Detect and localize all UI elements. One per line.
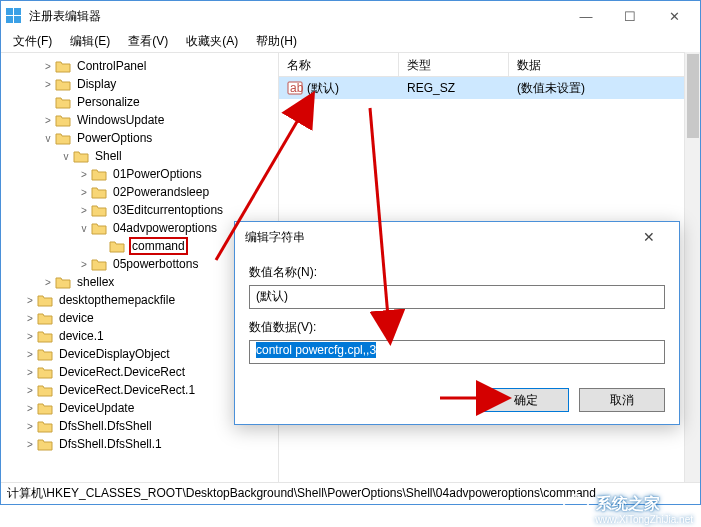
expand-icon[interactable]: > <box>23 347 37 361</box>
svg-text:ab: ab <box>290 81 303 95</box>
dialog-close-button[interactable]: ✕ <box>629 223 669 251</box>
dialog-titlebar: 编辑字符串 ✕ <box>235 222 679 252</box>
tree-label-command[interactable]: command <box>129 237 188 255</box>
svg-rect-3 <box>14 16 21 23</box>
cancel-button[interactable]: 取消 <box>579 388 665 412</box>
house-icon <box>562 492 590 516</box>
ok-button[interactable]: 确定 <box>483 388 569 412</box>
watermark: 系统之家 www.XiTongZhiJia.net <box>521 481 701 527</box>
tree-item[interactable]: >Display <box>41 75 278 93</box>
expand-icon[interactable]: > <box>41 77 55 91</box>
value-data-input[interactable]: control powercfg.cpl,,3 <box>249 340 665 364</box>
value-type: REG_SZ <box>399 79 509 97</box>
value-data-label: 数值数据(V): <box>249 319 665 336</box>
value-data: (数值未设置) <box>509 78 700 99</box>
value-name-input[interactable]: (默认) <box>249 285 665 309</box>
tree-item[interactable]: >02Powerandsleep <box>77 183 278 201</box>
expand-icon[interactable]: > <box>41 59 55 73</box>
tree-item[interactable]: >DfsShell.DfsShell.1 <box>23 435 278 453</box>
svg-rect-0 <box>6 8 13 15</box>
list-header: 名称 类型 数据 <box>279 53 700 77</box>
window-title: 注册表编辑器 <box>29 8 564 25</box>
expand-icon[interactable]: > <box>77 185 91 199</box>
vertical-scrollbar[interactable] <box>684 52 700 482</box>
col-data[interactable]: 数据 <box>509 53 700 76</box>
tree-item[interactable]: >WindowsUpdate <box>41 111 278 129</box>
titlebar: 注册表编辑器 — ☐ ✕ <box>1 1 700 31</box>
col-name[interactable]: 名称 <box>279 53 399 76</box>
menu-view[interactable]: 查看(V) <box>120 31 176 52</box>
svg-rect-1 <box>14 8 21 15</box>
expand-icon[interactable]: > <box>23 419 37 433</box>
menu-edit[interactable]: 编辑(E) <box>62 31 118 52</box>
expand-icon[interactable]: > <box>23 311 37 325</box>
expand-icon[interactable]: > <box>41 113 55 127</box>
collapse-icon[interactable]: v <box>41 131 55 145</box>
value-name: (默认) <box>307 80 339 97</box>
scrollbar-thumb[interactable] <box>687 54 699 138</box>
edit-string-dialog: 编辑字符串 ✕ 数值名称(N): (默认) 数值数据(V): control p… <box>234 221 680 425</box>
regedit-icon <box>5 7 23 25</box>
menu-file[interactable]: 文件(F) <box>5 31 60 52</box>
expand-icon[interactable] <box>41 95 55 109</box>
tree-item[interactable]: >01PowerOptions <box>77 165 278 183</box>
expand-icon[interactable]: > <box>77 167 91 181</box>
value-name-label: 数值名称(N): <box>249 264 665 281</box>
close-button[interactable]: ✕ <box>652 2 696 30</box>
value-row-default[interactable]: ab (默认) REG_SZ (数值未设置) <box>279 77 700 99</box>
expand-icon[interactable]: > <box>77 203 91 217</box>
svg-rect-2 <box>6 16 13 23</box>
expand-icon[interactable]: > <box>41 275 55 289</box>
tree-item[interactable]: >ControlPanel <box>41 57 278 75</box>
collapse-icon[interactable]: v <box>77 221 91 235</box>
expand-icon[interactable]: > <box>23 401 37 415</box>
tree-item-shell[interactable]: vShell <box>59 147 278 165</box>
expand-icon[interactable]: > <box>23 383 37 397</box>
minimize-button[interactable]: — <box>564 2 608 30</box>
tree-item-poweroptions[interactable]: vPowerOptions <box>41 129 278 147</box>
expand-icon[interactable]: > <box>23 365 37 379</box>
string-value-icon: ab <box>287 80 303 96</box>
menu-help[interactable]: 帮助(H) <box>248 31 305 52</box>
dialog-title: 编辑字符串 <box>245 229 629 246</box>
col-type[interactable]: 类型 <box>399 53 509 76</box>
expand-icon[interactable]: > <box>77 257 91 271</box>
expand-icon[interactable]: > <box>23 437 37 451</box>
expand-icon[interactable]: > <box>23 329 37 343</box>
menu-favorites[interactable]: 收藏夹(A) <box>178 31 246 52</box>
menubar: 文件(F) 编辑(E) 查看(V) 收藏夹(A) 帮助(H) <box>1 31 700 53</box>
tree-item[interactable]: Personalize <box>41 93 278 111</box>
expand-icon[interactable]: > <box>23 293 37 307</box>
collapse-icon[interactable]: v <box>59 149 73 163</box>
tree-item[interactable]: >03Editcurrentoptions <box>77 201 278 219</box>
maximize-button[interactable]: ☐ <box>608 2 652 30</box>
